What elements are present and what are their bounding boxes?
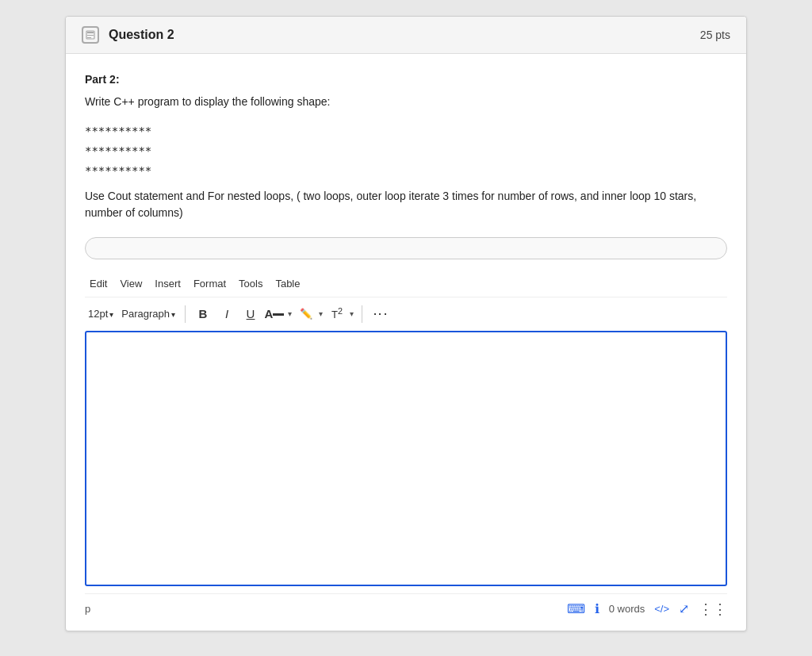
question-intro: Write C++ program to display the followi… [85,94,727,110]
menu-edit[interactable]: Edit [85,275,112,292]
text-color-indicator [273,313,284,316]
stars-row-2: ********** [85,141,727,161]
stars-row-1: ********** [85,121,727,141]
menu-table[interactable]: Table [270,275,304,292]
footer-word-count: 0 words [609,603,645,615]
highlight-chevron-icon[interactable]: ▾ [317,309,324,318]
stars-display: ********** ********** ********** [85,121,727,182]
question-title: Question 2 [109,28,174,42]
answer-text-area[interactable] [85,331,727,586]
highlight-group: ✏️ ▾ [295,304,324,324]
paragraph-style-value: Paragraph [121,308,170,320]
question-card: Question 2 25 pts Part 2: Write C++ prog… [65,16,747,631]
footer-page-label: p [85,603,90,615]
font-size-chevron-icon [109,308,113,320]
stars-row-3: ********** [85,161,727,181]
question-icon [82,26,99,44]
text-color-group: A ▾ [263,304,293,324]
menu-insert[interactable]: Insert [150,275,186,292]
footer-keyboard-icon[interactable]: ⌨ [567,601,585,616]
italic-button[interactable]: I [216,304,238,324]
font-size-select[interactable]: 12pt [85,305,117,322]
menu-format[interactable]: Format [189,275,231,292]
highlight-button[interactable]: ✏️ [295,304,317,324]
toolbar-divider-2 [362,305,362,323]
question-part: Part 2: [85,73,727,86]
menu-view[interactable]: View [115,275,147,292]
menu-tools[interactable]: Tools [234,275,267,292]
text-color-letter: A [265,307,274,320]
font-size-value: 12pt [88,308,108,320]
answer-search-input[interactable] [85,237,727,259]
underline-button[interactable]: U [239,304,262,324]
footer-page: p [85,603,90,615]
highlight-icon: ✏️ [300,308,312,320]
question-body: Part 2: Write C++ program to display the… [66,54,746,631]
text-color-button[interactable]: A [263,304,285,324]
question-pts: 25 pts [700,29,730,41]
footer-expand-button[interactable]: ⤢ [679,601,689,616]
paragraph-chevron-icon [171,308,175,320]
editor-menu-bar: Edit View Insert Format Tools Table [85,272,727,297]
footer-more-button[interactable]: ⋮⋮ [699,600,727,618]
superscript-group: T2 ▾ [326,304,355,324]
superscript-chevron-icon[interactable]: ▾ [348,309,355,318]
toolbar-divider-1 [185,305,186,323]
editor-formatting-toolbar: 12pt Paragraph B I U A ▾ [85,299,727,331]
paragraph-style-select[interactable]: Paragraph [118,305,178,322]
more-options-button[interactable]: ⋮ [369,304,391,324]
text-color-chevron-icon[interactable]: ▾ [286,309,293,318]
instruction-text: Use Cout statement and For nested loops,… [85,188,727,221]
bold-button[interactable]: B [192,304,214,324]
footer-right: ⌨ ℹ 0 words </> ⤢ ⋮⋮ [567,600,727,618]
superscript-button[interactable]: T2 [326,304,348,324]
superscript-label: T2 [331,306,343,320]
footer-code-button[interactable]: </> [654,603,669,615]
question-header: Question 2 25 pts [66,17,746,54]
question-header-left: Question 2 [82,26,174,44]
editor-footer: p ⌨ ℹ 0 words </> ⤢ ⋮⋮ [85,593,727,618]
footer-info-icon[interactable]: ℹ [595,601,599,616]
more-options-icon: ⋮ [371,306,389,321]
